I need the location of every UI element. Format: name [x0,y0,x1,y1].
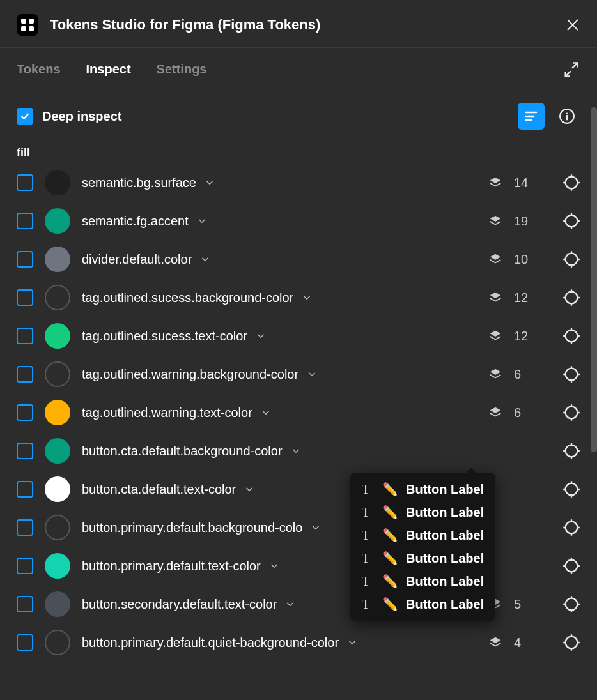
format-button[interactable] [518,103,545,130]
token-name-block[interactable]: tag.outlined.sucess.background-color [82,291,477,305]
layers-icon [488,291,502,305]
chevron-down-icon[interactable] [196,215,208,227]
token-row: semantic.fg.accent19 [17,202,580,240]
chevron-down-icon[interactable] [244,483,255,495]
pencil-icon: ✏️ [382,597,398,612]
row-checkbox[interactable] [17,404,33,421]
chevron-down-icon[interactable] [204,177,215,188]
token-name-block[interactable]: tag.outlined.warning.background-color [82,367,477,382]
target-icon[interactable] [562,327,580,345]
popover-item[interactable]: T✏️Button Label [362,528,484,543]
token-row: tag.outlined.warning.text-color6 [17,393,580,432]
chevron-down-icon[interactable] [255,330,267,342]
target-icon[interactable] [562,365,580,383]
tab-tokens[interactable]: Tokens [17,62,61,77]
svg-point-4 [566,292,578,304]
token-name: button.cta.default.background-color [82,444,283,459]
popover-item[interactable]: T✏️Button Label [362,574,484,589]
row-checkbox[interactable] [17,443,33,459]
row-checkbox[interactable] [17,213,33,229]
section-fill-label: fill [0,141,597,164]
target-icon[interactable] [562,212,580,230]
popover-item[interactable]: T✏️Button Label [362,597,484,612]
color-swatch [45,208,70,234]
target-icon[interactable] [562,519,580,536]
token-name-block[interactable]: semantic.fg.accent [82,214,477,229]
row-checkbox[interactable] [17,289,33,306]
chevron-down-icon[interactable] [268,560,280,572]
color-swatch [45,438,70,464]
row-checkbox[interactable] [17,174,33,191]
popover-item[interactable]: T✏️Button Label [362,482,484,497]
target-icon[interactable] [562,480,580,498]
token-row: tag.outlined.warning.background-color6 [17,355,580,393]
chevron-down-icon[interactable] [346,637,358,648]
target-icon[interactable] [562,634,580,651]
svg-point-8 [566,445,578,457]
close-icon[interactable] [565,17,580,33]
token-name-block[interactable]: button.cta.default.background-color [82,444,533,459]
color-swatch [45,285,70,310]
chevron-down-icon[interactable] [290,445,302,457]
token-row: semantic.bg.surface14 [17,164,580,202]
popover-item-label: Button Label [406,551,484,566]
popover-item[interactable]: T✏️Button Label [362,551,484,566]
token-name: button.secondary.default.text-color [82,597,277,612]
info-button[interactable] [554,103,580,130]
chevron-down-icon[interactable] [310,522,322,533]
tab-inspect[interactable]: Inspect [86,62,131,77]
target-icon[interactable] [562,442,580,460]
token-name-block[interactable]: tag.outlined.warning.text-color [82,406,477,420]
target-icon[interactable] [562,289,580,307]
layers-icon [488,406,502,420]
pencil-icon: ✏️ [382,505,398,520]
layer-count: 5 [514,597,533,612]
target-icon[interactable] [562,250,580,268]
svg-point-9 [566,483,578,496]
chevron-down-icon[interactable] [199,254,211,265]
chevron-down-icon[interactable] [284,598,296,610]
layer-count: 6 [514,406,533,420]
row-checkbox[interactable] [17,596,33,612]
row-checkbox[interactable] [17,634,33,651]
app-icon [17,14,38,36]
layer-count: 10 [514,252,533,267]
popover-item[interactable]: T✏️Button Label [362,505,484,520]
token-rows: semantic.bg.surface14semantic.fg.accent1… [0,164,597,662]
layer-count: 6 [514,367,533,382]
token-row: divider.default.color10 [17,240,580,278]
token-name-block[interactable]: divider.default.color [82,252,477,267]
row-checkbox[interactable] [17,328,33,344]
target-icon[interactable] [562,404,580,422]
row-checkbox[interactable] [17,558,33,574]
row-checkbox[interactable] [17,366,33,383]
row-checkbox[interactable] [17,251,33,268]
popover-item-label: Button Label [406,505,484,520]
popover-item-label: Button Label [406,482,484,497]
chevron-down-icon[interactable] [301,292,313,303]
titlebar: Tokens Studio for Figma (Figma Tokens) [0,0,597,48]
pencil-icon: ✏️ [382,482,398,497]
svg-point-3 [566,254,578,266]
chevron-down-icon[interactable] [306,369,318,380]
layers-icon [488,214,502,228]
target-icon[interactable] [562,595,580,613]
collapse-icon[interactable] [562,61,580,79]
deep-inspect-label: Deep inspect [42,109,509,124]
target-icon[interactable] [562,174,580,192]
svg-point-10 [566,522,578,534]
token-name-block[interactable]: semantic.bg.surface [82,176,477,190]
app-icon-dots [21,19,34,31]
target-icon[interactable] [562,557,580,575]
chevron-down-icon[interactable] [260,407,272,418]
scrollbar[interactable] [591,107,597,452]
text-layer-icon: T [362,528,375,543]
tab-settings[interactable]: Settings [157,62,207,77]
deep-inspect-checkbox[interactable] [17,108,33,125]
token-name-block[interactable]: button.primary.default.quiet-background-… [82,635,477,650]
row-checkbox[interactable] [17,519,33,536]
token-name-block[interactable]: tag.outlined.sucess.text-color [82,329,477,344]
row-checkbox[interactable] [17,481,33,498]
popover-item-label: Button Label [406,574,484,589]
color-swatch [45,323,70,349]
